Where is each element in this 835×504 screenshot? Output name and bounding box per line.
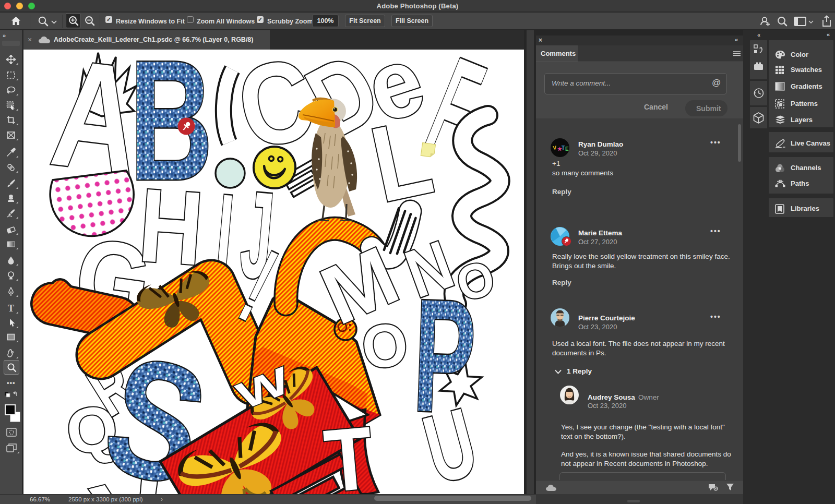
svg-text:P: P [411, 265, 478, 447]
svg-text:B: B [129, 50, 213, 215]
svg-text:E: E [565, 146, 569, 152]
svg-text:V: V [553, 145, 557, 151]
svg-text:T: T [320, 408, 377, 494]
svg-text:T: T [8, 304, 14, 313]
svg-text:O: O [357, 309, 412, 382]
svg-text:T: T [562, 145, 565, 151]
